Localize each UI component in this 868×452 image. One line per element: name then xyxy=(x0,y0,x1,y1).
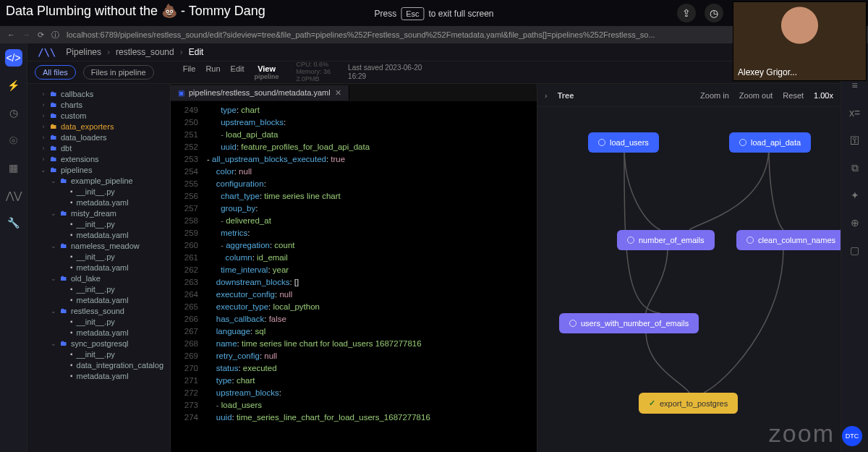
folder-item[interactable]: ⌄🖿pipelines xyxy=(30,164,167,175)
code-line[interactable]: 262 time_interval: year xyxy=(171,264,537,276)
folder-item[interactable]: ⌄🖿restless_sound xyxy=(30,305,167,316)
url-bar[interactable]: localhost:6789/pipelines/restless_sound/… xyxy=(67,30,655,39)
file-item[interactable]: ▪metadata.yaml xyxy=(30,327,167,338)
menu-edit[interactable]: Edit xyxy=(231,64,244,80)
esc-post: to exit full screen xyxy=(428,9,493,19)
file-item[interactable]: ▪__init__.py xyxy=(30,349,167,359)
all-files-pill[interactable]: All files xyxy=(35,65,76,80)
table-icon[interactable]: ▦ xyxy=(5,159,22,176)
folder-item[interactable]: ⌄🖿example_pipeline xyxy=(30,175,167,186)
code-line[interactable]: 273 - load_users xyxy=(171,399,537,412)
code-line[interactable]: 250 upstream_blocks: xyxy=(171,116,537,129)
folder-item[interactable]: ›🖿charts xyxy=(30,99,167,110)
file-item[interactable]: ▪metadata.yaml xyxy=(30,262,167,273)
file-item[interactable]: ▪data_integration_catalog xyxy=(30,359,167,370)
code-line[interactable]: 259 metrics: xyxy=(171,227,537,239)
folder-item[interactable]: ›🖿data_exporters xyxy=(30,121,167,132)
code-line[interactable]: 272 upstream_blocks: xyxy=(171,387,537,399)
menu-view[interactable]: View pipeline xyxy=(255,64,279,80)
folder-item[interactable]: ›🖿custom xyxy=(30,110,167,121)
code-line[interactable]: 268 name: time series line chart for loa… xyxy=(171,338,537,350)
chart-icon[interactable]: ⧉ xyxy=(846,159,864,176)
folder-item[interactable]: ›🖿extensions xyxy=(30,153,167,164)
file-tree[interactable]: ›🖿callbacks›🖿charts›🖿custom›🖿data_export… xyxy=(27,84,171,452)
code-line[interactable]: 274 uuid: time_series_line_chart_for_loa… xyxy=(171,412,537,424)
node-export-postgres[interactable]: ✓export_to_postgres xyxy=(639,393,738,414)
reset-button[interactable]: Reset xyxy=(783,91,804,100)
folder-item[interactable]: ⌄🖿misty_dream xyxy=(30,208,167,218)
code-line[interactable]: 265 executor_type: local_python xyxy=(171,301,537,313)
file-item[interactable]: ▪__init__.py xyxy=(30,218,167,229)
variables-icon[interactable]: x= xyxy=(846,104,864,121)
crumb-pipelines[interactable]: Pipelines xyxy=(66,47,101,57)
close-icon[interactable]: ✕ xyxy=(335,88,341,98)
editor-tab[interactable]: ▣ pipelines/restless_sound/metadata.yaml… xyxy=(171,85,349,101)
node-number-of-emails[interactable]: number_of_emails xyxy=(617,230,715,250)
code-line[interactable]: 258 - delivered_at xyxy=(171,215,537,227)
nav-back-icon[interactable]: ← xyxy=(7,30,15,39)
terminal-icon[interactable]: ▢ xyxy=(846,242,864,259)
code-line[interactable]: 267 language: sql xyxy=(171,325,537,338)
code-line[interactable]: 266 has_callback: false xyxy=(171,313,537,325)
node-load-api-data[interactable]: load_api_data xyxy=(729,132,811,153)
code-line[interactable]: 264 executor_config: null xyxy=(171,289,537,301)
node-users-with-emails[interactable]: users_with_number_of_emails xyxy=(559,313,699,333)
file-item[interactable]: ▪__init__.py xyxy=(30,316,167,327)
participant-name: Alexey Grigor... xyxy=(738,67,797,77)
code-line[interactable]: 271 type: chart xyxy=(171,375,537,387)
folder-item[interactable]: ⌄🖿nameless_meadow xyxy=(30,240,167,251)
code-line[interactable]: 254 color: null xyxy=(171,166,537,178)
activity-icon[interactable]: ⋀⋁ xyxy=(5,187,22,204)
files-in-pipeline-pill[interactable]: Files in pipeline xyxy=(83,65,154,80)
code-line[interactable]: 261 column: id_email xyxy=(171,252,537,264)
clock-icon[interactable]: ◷ xyxy=(5,104,22,121)
wrench-icon[interactable]: 🔧 xyxy=(5,214,22,231)
file-item[interactable]: ▪metadata.yaml xyxy=(30,294,167,305)
file-item[interactable]: ▪metadata.yaml xyxy=(30,370,167,381)
code-line[interactable]: 260 - aggregation: count xyxy=(171,239,537,252)
folder-item[interactable]: ⌄🖿sync_postgresql xyxy=(30,338,167,349)
folder-item[interactable]: ›🖿dbt xyxy=(30,142,167,153)
code-line[interactable]: 252 uuid: feature_profiles_for_load_api_… xyxy=(171,141,537,153)
zoom-in-button[interactable]: Zoom in xyxy=(700,91,729,100)
code-line[interactable]: 255 configuration: xyxy=(171,178,537,190)
share-icon[interactable]: ⇪ xyxy=(677,4,696,22)
app-logo[interactable]: /\\ xyxy=(38,46,56,58)
code-line[interactable]: 270 status: executed xyxy=(171,362,537,375)
file-item[interactable]: ▪__init__.py xyxy=(30,283,167,294)
file-item[interactable]: ▪__init__.py xyxy=(30,251,167,262)
chevron-right-icon: › xyxy=(180,47,183,57)
crumb-pipeline[interactable]: restless_sound xyxy=(116,47,174,57)
chevron-right-icon[interactable]: › xyxy=(545,91,548,100)
folder-item[interactable]: ›🖿callbacks xyxy=(30,88,167,99)
folder-item[interactable]: ›🖿data_loaders xyxy=(30,132,167,142)
menu-run[interactable]: Run xyxy=(205,64,220,80)
bolt-icon[interactable]: ⚡ xyxy=(5,77,22,94)
zoom-out-button[interactable]: Zoom out xyxy=(739,91,773,100)
file-item[interactable]: ▪metadata.yaml xyxy=(30,197,167,208)
extensions-icon[interactable]: ⊕ xyxy=(846,214,864,231)
globe-icon[interactable]: ⦾ xyxy=(5,132,22,149)
menu-file[interactable]: File xyxy=(183,64,196,80)
code-line[interactable]: 253- all_upstream_blocks_executed: true xyxy=(171,153,537,166)
code-line[interactable]: 251 - load_api_data xyxy=(171,129,537,141)
code-line[interactable]: 256 chart_type: time series line chart xyxy=(171,190,537,202)
watch-later-icon[interactable]: ◷ xyxy=(705,4,723,22)
node-clean-column-names[interactable]: clean_column_names xyxy=(736,230,841,250)
code-line[interactable]: 269 retry_config: null xyxy=(171,350,537,362)
addons-icon[interactable]: ✦ xyxy=(846,187,864,204)
code-line[interactable]: 249 type: chart xyxy=(171,104,537,116)
nav-fwd-icon[interactable]: → xyxy=(22,30,30,39)
tree-canvas[interactable]: load_users load_api_data number_of_email… xyxy=(537,107,841,452)
code-line[interactable]: 257 group_by: xyxy=(171,202,537,215)
nav-reload-icon[interactable]: ⟳ xyxy=(38,30,44,40)
node-load-users[interactable]: load_users xyxy=(588,132,659,153)
code-area[interactable]: 249 type: chart250 upstream_blocks:251 -… xyxy=(171,101,537,452)
code-line[interactable]: 263 downstream_blocks: [] xyxy=(171,276,537,289)
zoom-scale: 1.00x xyxy=(814,91,833,100)
file-item[interactable]: ▪__init__.py xyxy=(30,186,167,197)
code-icon[interactable]: </> xyxy=(5,49,22,67)
secrets-icon[interactable]: ⚿ xyxy=(846,132,864,149)
file-item[interactable]: ▪metadata.yaml xyxy=(30,229,167,240)
folder-item[interactable]: ⌄🖿old_lake xyxy=(30,273,167,283)
